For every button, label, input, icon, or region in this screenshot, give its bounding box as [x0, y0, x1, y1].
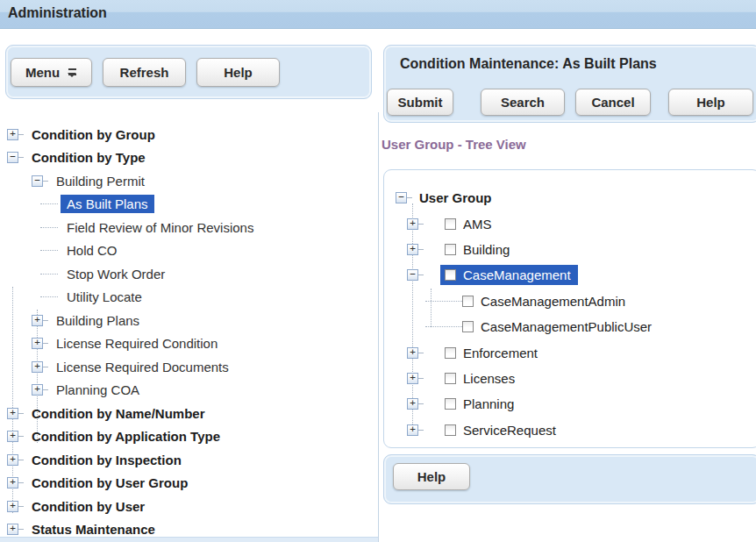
checkbox-planning[interactable]	[445, 398, 456, 410]
tree-connector	[425, 301, 462, 302]
expand-plus-icon[interactable]: +	[7, 129, 18, 140]
admin-condition-tree: + Condition by Group − Condition by Type…	[0, 123, 377, 541]
tree-item-user-group[interactable]: − User Group	[384, 185, 756, 210]
tree-item-condition-by-user[interactable]: + Condition by User	[0, 495, 377, 518]
tree-item-case-management-admin[interactable]: CaseManagementAdmin	[384, 289, 756, 314]
tree-item-case-management-public-user[interactable]: CaseManagementPublicUser	[384, 314, 756, 339]
tree-item-condition-by-group[interactable]: + Condition by Group	[0, 123, 377, 146]
tree-item-condition-by-application-type[interactable]: + Condition by Application Type	[0, 425, 377, 449]
tree-item-enforcement[interactable]: + Enforcement	[384, 339, 756, 365]
tree-item-license-required-condition[interactable]: + License Required Condition	[0, 332, 377, 356]
tree-item-field-review[interactable]: Field Review of Minor Revisions	[0, 216, 377, 239]
tree-connector	[40, 296, 58, 297]
menu-button-label: Menu	[25, 65, 60, 80]
tree-connector	[40, 203, 58, 204]
tree-item-utility-locate[interactable]: Utility Locate	[0, 286, 377, 310]
selected-tree-item: CaseManagement	[440, 265, 578, 285]
checkbox-building[interactable]	[445, 244, 456, 255]
expand-plus-icon[interactable]: +	[7, 408, 18, 419]
tree-connector	[40, 274, 58, 275]
tree-item-as-built-plans[interactable]: As Built Plans	[0, 193, 377, 217]
administration-screen: Administration Menu Refresh Help + Condi…	[0, 0, 756, 542]
tree-item-building-permit[interactable]: − Building Permit	[0, 169, 377, 193]
collapse-minus-icon[interactable]: −	[396, 192, 407, 203]
expand-plus-icon[interactable]: +	[7, 524, 18, 535]
tree-item-condition-by-type[interactable]: − Condition by Type	[0, 146, 377, 170]
expand-plus-icon[interactable]: +	[32, 384, 43, 396]
expand-plus-icon[interactable]: +	[407, 218, 418, 230]
menu-dropdown-icon	[68, 68, 77, 77]
tree-item-stop-work-order[interactable]: Stop Work Order	[0, 262, 377, 286]
tree-item-building[interactable]: + Building	[384, 237, 756, 262]
tree-item-status-maintenance[interactable]: + Status Maintenance	[0, 518, 377, 542]
refresh-button[interactable]: Refresh	[103, 58, 186, 87]
tree-item-planning-coa[interactable]: + Planning COA	[0, 379, 377, 403]
tree-item-planning[interactable]: + Planning	[384, 391, 756, 417]
menu-button[interactable]: Menu	[11, 58, 92, 87]
checkbox-case-management-admin[interactable]	[462, 296, 474, 307]
tree-connector	[425, 326, 462, 327]
cancel-button[interactable]: Cancel	[575, 89, 651, 116]
tree-item-service-request[interactable]: + ServiceRequest	[384, 417, 756, 443]
expand-plus-icon[interactable]: +	[32, 361, 43, 373]
tree-item-license-required-documents[interactable]: + License Required Documents	[0, 355, 377, 379]
collapse-minus-icon[interactable]: −	[7, 152, 18, 163]
tree-item-case-management[interactable]: − CaseManagement	[384, 262, 756, 288]
tree-item-ams[interactable]: + AMS	[384, 210, 756, 236]
expand-plus-icon[interactable]: +	[407, 244, 418, 255]
checkbox-case-management[interactable]	[445, 269, 456, 281]
page-header-bar: Administration	[0, 0, 756, 29]
tree-item-hold-co[interactable]: Hold CO	[0, 239, 377, 263]
search-button[interactable]: Search	[481, 89, 565, 116]
submit-button[interactable]: Submit	[387, 89, 453, 116]
condition-maintenance-title: Condition Maintenance: As Built Plans	[400, 56, 657, 72]
expand-plus-icon[interactable]: +	[32, 315, 43, 326]
collapse-minus-icon[interactable]: −	[407, 269, 418, 281]
collapse-minus-icon[interactable]: −	[32, 175, 43, 187]
expand-plus-icon[interactable]: +	[7, 431, 18, 442]
expand-plus-icon[interactable]: +	[32, 338, 43, 349]
page-title: Administration	[8, 5, 107, 21]
checkbox-ams[interactable]	[445, 218, 456, 230]
user-group-tree-panel: − User Group + AMS + Building − CaseMana…	[383, 169, 756, 448]
tree-item-condition-by-user-group[interactable]: + Condition by User Group	[0, 472, 377, 496]
user-group-tree: − User Group + AMS + Building − CaseMana…	[384, 185, 756, 443]
expand-plus-icon[interactable]: +	[407, 398, 418, 410]
user-group-tree-view-heading: User Group - Tree View	[382, 137, 526, 152]
checkbox-case-management-public-user[interactable]	[462, 321, 474, 332]
help-button-header[interactable]: Help	[668, 89, 753, 116]
tree-item-building-plans[interactable]: + Building Plans	[0, 309, 377, 332]
pane-divider	[378, 112, 379, 542]
selected-tree-item-label: As Built Plans	[61, 195, 154, 213]
expand-plus-icon[interactable]: +	[407, 373, 418, 384]
checkbox-enforcement[interactable]	[445, 347, 456, 359]
tree-item-condition-by-inspection[interactable]: + Condition by Inspection	[0, 448, 377, 472]
tree-connector	[40, 227, 58, 228]
tree-item-condition-by-name-number[interactable]: + Condition by Name/Number	[0, 402, 377, 425]
expand-plus-icon[interactable]: +	[7, 477, 18, 489]
expand-plus-icon[interactable]: +	[407, 347, 418, 359]
expand-plus-icon[interactable]: +	[7, 501, 18, 512]
checkbox-service-request[interactable]	[445, 424, 456, 436]
help-button-toolbar[interactable]: Help	[196, 58, 280, 87]
tree-item-licenses[interactable]: + Licenses	[384, 366, 756, 391]
expand-plus-icon[interactable]: +	[7, 454, 18, 466]
help-button-footer[interactable]: Help	[393, 463, 470, 490]
expand-plus-icon[interactable]: +	[407, 424, 418, 436]
checkbox-licenses[interactable]	[445, 373, 456, 384]
tree-connector	[40, 250, 58, 251]
